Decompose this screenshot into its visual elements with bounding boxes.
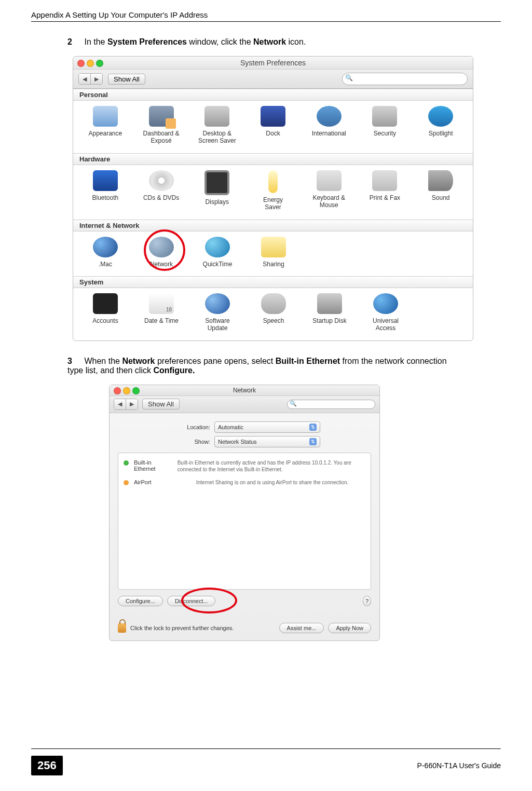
row-system: Accounts Date & Time Software Update Spe… xyxy=(73,288,473,340)
pref-startup[interactable]: Startup Disk xyxy=(302,293,358,332)
label-appearance: Appearance xyxy=(89,130,122,137)
pref-mac[interactable]: .Mac xyxy=(77,237,133,268)
pref-sound[interactable]: Sound xyxy=(413,170,469,211)
pref-security[interactable]: Security xyxy=(357,106,413,145)
list-item-ethernet[interactable]: Built-in Ethernet Built-in Ethernet is c… xyxy=(122,456,366,476)
pref-dock[interactable]: Dock xyxy=(245,106,301,145)
step-3-bold-2: Built-in Ethernet xyxy=(276,357,340,365)
search-icon: 🔍 xyxy=(290,400,297,407)
pref-sharing[interactable]: Sharing xyxy=(245,237,302,268)
minimize-icon[interactable] xyxy=(87,60,94,67)
forward-icon[interactable]: ▶ xyxy=(126,399,138,410)
pref-international[interactable]: International xyxy=(301,106,357,145)
pref-quicktime[interactable]: QuickTime xyxy=(189,237,245,268)
quicktime-icon xyxy=(205,237,230,257)
back-icon[interactable]: ◀ xyxy=(79,74,91,84)
item-ethernet-name: Built-in Ethernet xyxy=(134,459,172,473)
pref-appearance[interactable]: Appearance xyxy=(77,106,133,145)
step-num-2: 2 xyxy=(67,37,82,47)
step-2-text-a: In the xyxy=(84,37,107,46)
row-internet: .Mac Network QuickTime Sharing xyxy=(73,231,473,276)
label-cds: CDs & DVDs xyxy=(143,194,179,201)
net-nav-buttons[interactable]: ◀ ▶ xyxy=(114,399,138,410)
assist-button[interactable]: Assist me... xyxy=(279,623,324,633)
net-window-controls[interactable] xyxy=(114,387,140,394)
network-window: Network ◀ ▶ Show All 🔍 Location: Automat… xyxy=(109,385,380,641)
step-3-text-a: When the xyxy=(84,357,122,365)
sharing-icon xyxy=(261,237,286,257)
location-select[interactable]: Automatic⇅ xyxy=(214,421,320,433)
lock-text: Click the lock to prevent further change… xyxy=(130,625,234,631)
forward-icon[interactable]: ▶ xyxy=(91,74,102,84)
list-item-airport[interactable]: AirPort Internet Sharing is on and is us… xyxy=(122,476,366,489)
pref-speech[interactable]: Speech xyxy=(245,293,302,332)
pref-keyboard[interactable]: Keyboard & Mouse xyxy=(301,170,357,211)
pref-cds[interactable]: CDs & DVDs xyxy=(133,170,189,211)
pref-print[interactable]: Print & Fax xyxy=(357,170,413,211)
show-select[interactable]: Network Status⇅ xyxy=(214,436,320,447)
sysprefs-titlebar: System Preferences xyxy=(73,57,473,70)
pref-software[interactable]: Software Update xyxy=(189,293,245,332)
net-search-input[interactable]: 🔍 xyxy=(287,400,375,409)
section-hardware: Hardware xyxy=(73,153,473,165)
chevron-updown-icon: ⇅ xyxy=(309,438,317,445)
sysprefs-toolbar: ◀ ▶ Show All 🔍 xyxy=(73,70,473,89)
label-date: Date & Time xyxy=(144,317,179,324)
show-all-button[interactable]: Show All xyxy=(108,74,145,85)
pref-bluetooth[interactable]: Bluetooth xyxy=(77,170,133,211)
step-2: 2 In the System Preferences window, clic… xyxy=(67,37,465,47)
pref-displays[interactable]: Displays xyxy=(189,170,245,211)
disconnect-button[interactable]: Disconnect... xyxy=(167,596,216,606)
close-icon[interactable] xyxy=(114,387,121,394)
figure-sysprefs: System Preferences ◀ ▶ Show All 🔍 Person… xyxy=(73,56,501,341)
minimize-icon[interactable] xyxy=(123,387,130,394)
row-hardware: Bluetooth CDs & DVDs Displays Energy Sav… xyxy=(73,165,473,220)
speech-icon xyxy=(261,293,286,314)
software-icon xyxy=(205,293,230,314)
label-sharing: Sharing xyxy=(263,261,284,268)
nav-buttons[interactable]: ◀ ▶ xyxy=(78,73,103,85)
label-universal: Universal Access xyxy=(373,317,399,332)
network-status-list: Built-in Ethernet Built-in Ethernet is c… xyxy=(118,453,371,590)
back-icon[interactable]: ◀ xyxy=(114,399,126,410)
pref-date[interactable]: Date & Time xyxy=(133,293,189,332)
label-desktop: Desktop & Screen Saver xyxy=(198,130,236,144)
appearance-icon xyxy=(93,106,118,127)
pref-universal[interactable]: Universal Access xyxy=(358,293,414,332)
header-rule xyxy=(31,21,501,22)
zoom-icon[interactable] xyxy=(132,387,140,394)
pref-network[interactable]: Network xyxy=(133,237,189,268)
net-show-all-button[interactable]: Show All xyxy=(142,399,180,410)
network-toolbar: ◀ ▶ Show All 🔍 xyxy=(110,396,379,413)
section-internet: Internet & Network xyxy=(73,220,473,231)
item-airport-name: AirPort xyxy=(134,479,191,486)
section-personal: Personal xyxy=(73,89,473,101)
pref-energy[interactable]: Energy Saver xyxy=(245,170,301,211)
window-controls[interactable] xyxy=(77,60,103,67)
search-input[interactable]: 🔍 xyxy=(342,73,468,85)
step-num-3: 3 xyxy=(67,357,82,366)
pref-dashboard[interactable]: Dashboard & Exposé xyxy=(133,106,189,145)
label-security: Security xyxy=(374,130,396,137)
search-icon: 🔍 xyxy=(345,74,353,81)
lock-icon[interactable] xyxy=(118,623,126,633)
pref-accounts[interactable]: Accounts xyxy=(77,293,133,332)
apply-button[interactable]: Apply Now xyxy=(328,623,371,633)
bluetooth-icon xyxy=(93,170,118,191)
configure-button[interactable]: Configure... xyxy=(118,596,163,606)
close-icon[interactable] xyxy=(77,60,85,67)
step-2-text-b: window, click the xyxy=(187,37,253,46)
zoom-icon[interactable] xyxy=(96,60,103,67)
international-icon xyxy=(317,106,342,127)
help-button[interactable]: ? xyxy=(363,596,371,606)
section-system: System xyxy=(73,276,473,288)
status-dot-orange-icon xyxy=(124,480,129,485)
step-2-bold-2: Network xyxy=(253,37,286,46)
show-label: Show: xyxy=(169,439,210,445)
pref-spotlight[interactable]: Spotlight xyxy=(413,106,469,145)
network-title: Network xyxy=(233,387,256,394)
pref-desktop[interactable]: Desktop & Screen Saver xyxy=(189,106,245,145)
displays-icon xyxy=(204,170,229,195)
label-accounts: Accounts xyxy=(92,317,118,324)
keyboard-icon xyxy=(317,170,342,191)
